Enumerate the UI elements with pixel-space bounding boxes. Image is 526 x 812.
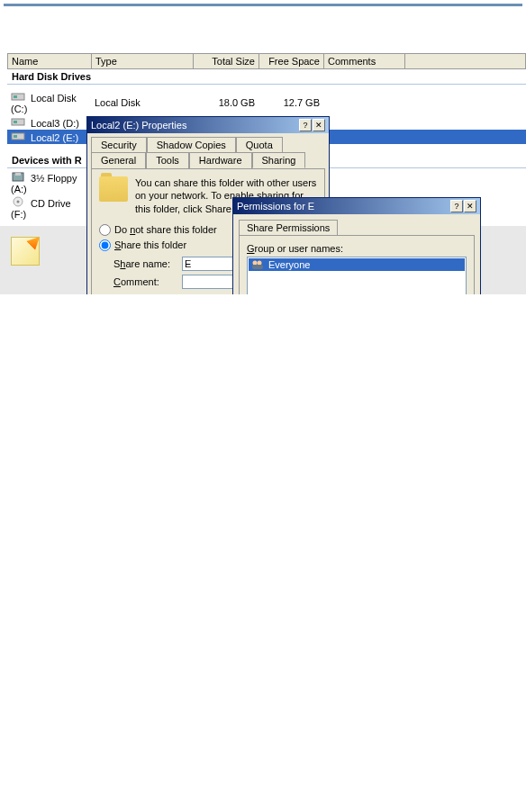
col-name[interactable]: Name [8,54,92,68]
tab-quota[interactable]: Quota [236,137,283,152]
top-border [4,4,522,6]
permissions-content: Group or user names: Everyone Add... Rem… [239,235,475,294]
properties-title: Local2 (E:) Properties [91,120,186,131]
tab-general[interactable]: General [91,152,146,168]
share-radio[interactable] [99,239,111,251]
drive-type: Local Disk [91,97,193,108]
svg-rect-12 [252,265,263,269]
col-comments[interactable]: Comments [324,54,405,68]
drive-icon [11,91,25,102]
user-list[interactable]: Everyone [247,257,467,294]
permissions-titlebar[interactable]: Permissions for E ? ✕ [233,198,480,214]
col-size[interactable]: Total Size [194,54,259,68]
share-permissions-tab[interactable]: Share Permissions [239,220,338,235]
help-button[interactable]: ? [450,200,463,212]
user-name: Everyone [268,259,310,270]
no-share-radio[interactable] [99,224,111,236]
svg-rect-5 [14,135,17,138]
close-button[interactable]: ✕ [464,200,476,212]
permissions-title: Permissions for E [237,201,314,212]
drive-name: Local3 (D:) [31,118,79,129]
drive-name: Local2 (E:) [31,132,78,143]
column-headers: Name Type Total Size Free Space Comments [7,53,526,69]
drive-free: 12.7 GB [258,97,323,108]
tab-security[interactable]: Security [91,137,147,152]
permissions-dialog: Permissions for E ? ✕ Share Permissions … [232,197,481,294]
help-button[interactable]: ? [299,119,312,131]
tab-hardware[interactable]: Hardware [189,152,252,168]
col-type[interactable]: Type [92,54,194,68]
tab-sharing[interactable]: Sharing [252,152,306,168]
share-label: Share this folder [114,239,186,250]
close-button[interactable]: ✕ [313,119,325,131]
tabs-row-1: Security Shadow Copies Quota [87,133,329,152]
cd-icon [11,196,25,207]
col-free[interactable]: Free Space [259,54,324,68]
svg-point-11 [258,261,262,266]
no-share-label: Do not share this folder [114,224,217,235]
explorer-window: Name Type Total Size Free Space Comments… [7,53,526,221]
drive-size: 18.0 GB [193,97,258,108]
drive-icon [11,131,25,141]
svg-rect-1 [14,95,17,98]
note-icon [11,237,40,266]
drive-icon [11,116,25,127]
hdd-group-header: Hard Disk Drives [7,69,526,85]
spacer [0,10,526,53]
tab-tools[interactable]: Tools [146,152,189,168]
properties-titlebar[interactable]: Local2 (E:) Properties ? ✕ [87,117,329,133]
drive-row-c[interactable]: Local Disk (C:) Local Disk 18.0 GB 12.7 … [7,90,526,115]
svg-point-9 [17,201,20,203]
user-item-everyone[interactable]: Everyone [249,258,465,271]
share-name-label: Share name: [113,258,178,269]
group-users-label: Group or user names: [247,243,467,254]
floppy-icon [11,171,25,182]
svg-point-10 [253,261,258,266]
svg-rect-3 [14,121,17,123]
group-icon [250,259,265,270]
comment-label: Comment: [113,276,178,287]
tab-shadow-copies[interactable]: Shadow Copies [147,137,236,152]
svg-rect-7 [15,173,21,176]
tabs-row-2: General Tools Hardware Sharing [87,152,329,168]
folder-share-icon [99,176,128,202]
